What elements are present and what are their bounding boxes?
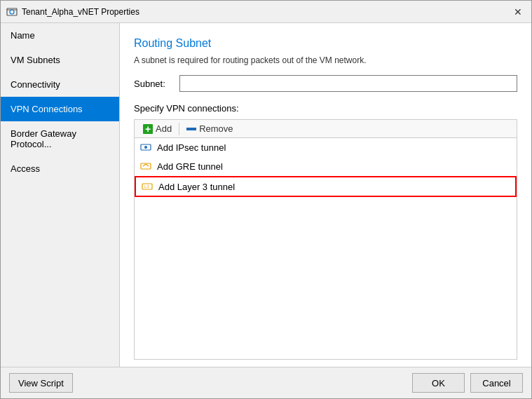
content-title: Routing Subnet [134, 37, 517, 50]
svg-point-1 [10, 10, 14, 14]
sidebar-item-vpn-connections[interactable]: VPN Connections [1, 97, 119, 121]
remove-button[interactable]: Remove [182, 122, 237, 135]
layer3-icon: L3 [142, 181, 153, 192]
dialog-title: Tenant_Alpha_vNET Properties [22, 7, 139, 17]
list-item-gre[interactable]: Add GRE tunnel [135, 157, 517, 176]
toolbar-separator [179, 123, 179, 135]
footer-right: OK Cancel [412, 373, 523, 393]
content-description: A subnet is required for routing packets… [134, 55, 517, 65]
gre-label: Add GRE tunnel [157, 161, 223, 172]
vpn-list: Add IPsec tunnel Add GRE tunnel L3 Add L… [134, 138, 517, 360]
subnet-label: Subnet: [134, 79, 172, 89]
svg-point-4 [144, 146, 147, 149]
subnet-row: Subnet: [134, 75, 517, 92]
dialog-body: Name VM Subnets Connectivity VPN Connect… [1, 23, 531, 367]
ok-button[interactable]: OK [412, 373, 465, 393]
sidebar-item-connectivity[interactable]: Connectivity [1, 72, 119, 97]
add-label: Add [156, 123, 172, 134]
vpn-section-label: Specify VPN connections: [134, 103, 517, 114]
remove-icon [186, 128, 196, 130]
add-icon: + [143, 124, 153, 134]
content-area: Routing Subnet A subnet is required for … [120, 23, 531, 367]
sidebar: Name VM Subnets Connectivity VPN Connect… [1, 23, 120, 367]
cancel-button[interactable]: Cancel [470, 373, 523, 393]
sidebar-item-border-gateway[interactable]: Border Gateway Protocol... [1, 121, 119, 156]
sidebar-item-vm-subnets[interactable]: VM Subnets [1, 48, 119, 72]
vpn-toolbar: + Add Remove [134, 119, 517, 138]
sidebar-item-name[interactable]: Name [1, 23, 119, 48]
remove-label: Remove [199, 123, 233, 134]
dialog-footer: View Script OK Cancel [1, 367, 531, 398]
layer3-label: Add Layer 3 tunnel [158, 182, 235, 192]
ipsec-label: Add IPsec tunnel [157, 142, 226, 153]
sidebar-item-access[interactable]: Access [1, 156, 119, 181]
window-icon [6, 6, 18, 18]
title-bar: Tenant_Alpha_vNET Properties ✕ [1, 1, 531, 23]
gre-icon [140, 161, 151, 172]
add-button[interactable]: + Add [139, 122, 176, 135]
svg-text:L3: L3 [144, 184, 149, 189]
subnet-input[interactable] [179, 75, 517, 92]
dialog-window: Tenant_Alpha_vNET Properties ✕ Name VM S… [0, 0, 532, 399]
list-item-layer3[interactable]: L3 Add Layer 3 tunnel [135, 176, 517, 197]
ipsec-icon [140, 142, 151, 153]
close-button[interactable]: ✕ [510, 4, 526, 20]
view-script-button[interactable]: View Script [9, 373, 73, 393]
list-item-ipsec[interactable]: Add IPsec tunnel [135, 138, 517, 157]
